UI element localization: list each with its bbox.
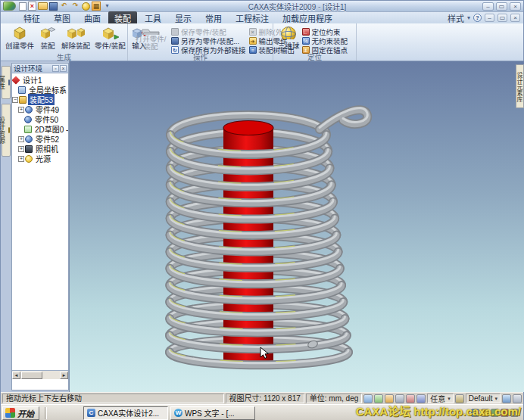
tab-common[interactable]: 常用 <box>199 11 228 25</box>
units-indicator: 单位: mm, deg <box>306 394 362 403</box>
new-document-icon[interactable] <box>19 2 27 11</box>
tray-icon[interactable] <box>481 409 489 417</box>
tree-item-light[interactable]: + 光源 <box>12 154 68 163</box>
design-environment-panel: 设计环境 ▫ × 设计1 全局坐标系 − 装配53 <box>11 63 69 390</box>
properties-icon <box>8 79 10 86</box>
part-assembly-button[interactable]: 零件/装配 <box>92 25 128 51</box>
close-document-icon[interactable]: × <box>28 2 36 11</box>
doc-close-button[interactable]: × <box>510 14 520 22</box>
camera-view-icon[interactable] <box>416 394 426 403</box>
window-controls: – ▭ × <box>482 2 521 11</box>
unconstrained-assembly-icon: % <box>302 37 310 45</box>
pin-panel-icon[interactable]: ▫ <box>52 65 59 72</box>
expand-icon[interactable]: + <box>18 136 24 142</box>
open-part-assembly-button[interactable]: 打开零件/装配 <box>130 25 171 51</box>
settings-icon[interactable] <box>502 394 511 403</box>
open-file-icon[interactable] <box>38 2 48 10</box>
spring-model <box>70 61 524 392</box>
maximize-button[interactable]: ▭ <box>496 2 507 11</box>
group-label-operate: 操作 <box>128 51 273 61</box>
assemble-icon <box>39 26 57 39</box>
minimize-button[interactable]: – <box>482 2 494 11</box>
config-select[interactable]: Default▾ <box>466 394 501 403</box>
assemble-button[interactable]: 装配 <box>36 25 59 51</box>
pan-tool-icon[interactable] <box>363 394 373 403</box>
render-ball-icon[interactable] <box>82 2 90 11</box>
export-part-icon: ➔ <box>249 37 257 45</box>
caxa-task-icon: C <box>87 409 95 417</box>
side-tab-properties[interactable]: 属性 <box>2 66 11 99</box>
right-tab-catalog[interactable]: 设计元素库 <box>516 64 524 108</box>
view-size-indicator: 视图尺寸: 1120 x 817 <box>226 394 304 403</box>
save-icon[interactable] <box>49 2 58 11</box>
create-part-button[interactable]: 创建零件 <box>3 25 36 51</box>
scroll-left-icon[interactable]: ◄ <box>12 372 20 379</box>
tab-feature[interactable]: 特征 <box>17 11 46 25</box>
tab-sketch[interactable]: 草图 <box>48 11 76 25</box>
position-column: ∟ 定位约束 % 无约束装配 ⚓ 固定在锚点 <box>302 25 348 51</box>
grid-icon[interactable] <box>455 394 464 403</box>
tray-icon[interactable] <box>471 409 479 417</box>
design-resources-icon <box>8 127 10 133</box>
design-icon <box>12 76 20 84</box>
app-logo-icon[interactable] <box>3 2 16 11</box>
task-wps[interactable]: W WPS 文字 - [... <box>170 406 255 420</box>
doc-restore-button[interactable]: ▭ <box>497 14 507 22</box>
tab-tools[interactable]: 工具 <box>139 11 167 25</box>
expand-icon[interactable]: + <box>18 156 24 162</box>
undo-icon[interactable]: ↶ <box>59 2 69 11</box>
assembly-icon <box>19 96 27 104</box>
close-panel-icon[interactable]: × <box>60 65 67 72</box>
operate-column-1: 保存零件/装配 另存为零件/装配... ↻ 保存所有为外部链接 <box>171 25 246 51</box>
coordinate-system-icon <box>18 86 26 94</box>
style-button[interactable]: 样式 <box>448 12 464 24</box>
expand-icon[interactable]: + <box>18 107 24 113</box>
tab-surface[interactable]: 曲面 <box>78 11 107 25</box>
part-icon <box>24 116 32 123</box>
display-mode-icon[interactable] <box>395 394 404 403</box>
tray-icon[interactable] <box>510 409 519 417</box>
task-caxa[interactable]: C CAXA实体设计2... <box>83 406 168 420</box>
scroll-thumb[interactable] <box>21 372 42 379</box>
active-tool-icon[interactable]: ▦ <box>92 2 101 11</box>
save-part-assembly-item[interactable]: 保存零件/装配 <box>171 27 246 36</box>
redo-icon[interactable]: ↷ <box>70 2 80 11</box>
disassemble-button[interactable]: 解除装配 <box>59 25 92 51</box>
collapse-icon[interactable]: − <box>12 97 18 103</box>
help-icon[interactable]: ? <box>473 14 482 22</box>
save-as-icon <box>171 37 179 45</box>
zoom-tool-icon[interactable] <box>385 394 394 403</box>
unconstrained-assembly-item[interactable]: % 无约束装配 <box>302 36 348 45</box>
3d-viewport[interactable] <box>69 61 524 392</box>
tree-horizontal-scrollbar[interactable]: ◄ ► <box>12 370 68 379</box>
qat-dropdown-icon[interactable]: ▾ <box>102 2 112 11</box>
wps-task-icon: W <box>174 409 182 417</box>
tab-assembly[interactable]: 装配 <box>108 11 137 25</box>
position-constraint-item[interactable]: ∟ 定位约束 <box>302 27 348 36</box>
snap-mode-select[interactable]: 任意▾ <box>427 394 454 403</box>
part-icon <box>25 135 33 143</box>
tabrow-right-controls: 样式 ▾ ? – ▭ × <box>448 12 523 24</box>
triball-icon <box>279 26 298 39</box>
side-tab-design-resources[interactable]: 设计资源 <box>2 104 11 157</box>
start-button[interactable]: 开始 <box>2 406 39 420</box>
doc-minimize-button[interactable]: – <box>485 14 494 22</box>
panel-title: 设计环境 <box>14 63 42 73</box>
tray-icon[interactable] <box>501 409 509 417</box>
render-mode-icon[interactable] <box>406 394 415 403</box>
triball-button[interactable]: 三维球 <box>276 25 302 51</box>
expand-status-icon[interactable] <box>513 394 522 403</box>
os-taskbar: 开始 C CAXA实体设计2... W WPS 文字 - [... <box>1 404 523 420</box>
group-label-position: 定位 <box>273 51 356 61</box>
tray-icon[interactable] <box>491 409 499 417</box>
save-as-part-assembly-item[interactable]: 另存为零件/装配... <box>171 36 246 45</box>
scroll-right-icon[interactable]: ► <box>60 372 68 379</box>
tab-annotation[interactable]: 工程标注 <box>229 11 275 25</box>
tab-addins[interactable]: 加载应用程序 <box>276 11 338 25</box>
close-button[interactable]: × <box>510 2 521 11</box>
rotate-tool-icon[interactable] <box>374 394 383 403</box>
expand-icon[interactable]: + <box>18 146 24 152</box>
ribbon-group-generate: 创建零件 装配 解除 <box>1 23 128 61</box>
style-dropdown-icon[interactable]: ▾ <box>467 14 470 21</box>
tab-display[interactable]: 显示 <box>169 11 198 25</box>
